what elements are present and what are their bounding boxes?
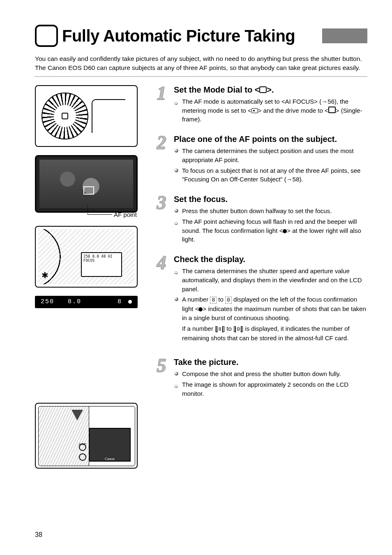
af-point-bracket-icon	[83, 186, 94, 195]
step-item: Compose the shot and press the shutter b…	[174, 369, 367, 379]
step-number: 1	[154, 85, 169, 125]
step-title: Check the display.	[174, 255, 367, 264]
manual-page: Fully Automatic Picture Taking You can e…	[0, 0, 392, 555]
section-divider	[35, 76, 367, 77]
vf-shutter-speed: 250	[41, 298, 54, 305]
step-title: Set the Mode Dial to <>.	[174, 85, 367, 95]
intro-paragraph: You can easily and confidently take pict…	[35, 54, 367, 73]
step-2: 2 Place one of the AF points on the subj…	[154, 135, 367, 186]
step-title: Take the picture.	[174, 358, 367, 367]
af-callout: AF point	[35, 205, 138, 218]
camera-top-lcd: 250 8.0 48 AI FOCUS	[81, 252, 122, 277]
figure-camera-top: 250 8.0 48 AI FOCUS ✱	[35, 226, 138, 288]
viewfinder-info-strip: 250 8.0 8	[35, 296, 138, 308]
af-point-label: AF point	[114, 211, 137, 218]
bullet-icon	[175, 169, 178, 172]
jump-label: JUMP	[78, 443, 86, 446]
page-number: 38	[35, 531, 42, 539]
bullet-icon	[175, 297, 178, 301]
step-number: 3	[154, 195, 169, 246]
mode-dial-icon	[42, 93, 88, 139]
content-columns: AF point 250 8.0 48 AI FOCUS ✱ 250 8.0 8	[35, 85, 367, 469]
step-item: ➭The camera determines the shutter speed…	[174, 267, 367, 293]
camera-top-outline	[92, 99, 125, 133]
page-title: Fully Automatic Picture Taking	[62, 27, 318, 45]
full-auto-dial-mark-icon	[62, 113, 68, 119]
steps-column: 1 Set the Mode Dial to <>. ➭ The AF mode…	[154, 85, 367, 469]
single-frame-drive-icon	[328, 107, 336, 113]
bullet-icon	[175, 209, 178, 213]
vf-burst-count: 8	[118, 298, 122, 305]
result-arrow-icon: ➭	[174, 383, 178, 390]
figure-camera-back: JUMP Canon	[35, 403, 138, 469]
step-4: 4 Check the display. ➭The camera determi…	[154, 255, 367, 348]
ae-lock-star-icon: ✱	[42, 270, 48, 280]
step-item: Press the shutter button down halfway to…	[174, 207, 367, 216]
full-auto-mode-icon	[35, 25, 58, 47]
viewfinder-scene	[39, 160, 133, 208]
figure-mode-dial	[35, 85, 138, 147]
step-item: ➭ The AF mode is automatically set to <A…	[174, 97, 367, 124]
seven-seg-digit: 0	[225, 297, 232, 304]
result-arrow-icon: ➭	[174, 269, 178, 277]
step-title: Place one of the AF points on the subjec…	[174, 135, 367, 144]
figure-viewfinder	[35, 155, 138, 213]
step-item: ➭The AF point achieving focus will flash…	[174, 217, 367, 244]
brand-label: Canon	[105, 457, 115, 461]
full-auto-mode-icon	[259, 86, 267, 93]
step-number: 2	[154, 135, 169, 186]
focus-confirm-dot-icon	[128, 300, 132, 304]
step-item: The camera determines the subject positi…	[174, 146, 367, 165]
step-1: 1 Set the Mode Dial to <>. ➭ The AF mode…	[154, 85, 367, 125]
seven-seg-digit: 8	[217, 326, 223, 332]
step-item: To focus on a subject that is not at any…	[174, 166, 367, 184]
result-arrow-icon: ➭	[174, 100, 178, 107]
step-3: 3 Set the focus. Press the shutter butto…	[154, 195, 367, 246]
step-title: Set the focus.	[174, 195, 367, 204]
step-number: 4	[154, 255, 169, 348]
rear-lcd-monitor: Canon	[89, 428, 131, 462]
evaluative-metering-icon	[251, 108, 258, 113]
step-5: 5 Take the picture. Compose the shot and…	[154, 358, 367, 399]
seven-seg-digit: 0	[235, 326, 242, 332]
title-stripe-decoration	[322, 28, 367, 43]
bullet-icon	[175, 372, 178, 376]
back-button-icon	[79, 453, 86, 461]
result-arrow-icon: ➭	[174, 220, 178, 228]
focus-confirm-dot-icon	[198, 307, 203, 311]
illustration-column: AF point 250 8.0 48 AI FOCUS ✱ 250 8.0 8	[35, 85, 138, 469]
bullet-icon	[175, 149, 178, 153]
step-item: ➭The image is shown for approximately 2 …	[174, 380, 367, 398]
step-item: A number 8 to 0 displayed on the left of…	[174, 295, 367, 322]
step-number: 5	[154, 358, 169, 399]
seven-seg-digit: 8	[210, 297, 217, 304]
title-row: Fully Automatic Picture Taking	[35, 25, 367, 47]
step-subparagraph: If a number [8] to [0] is displayed, it …	[174, 324, 367, 343]
press-shutter-arrow-icon	[71, 410, 83, 420]
vf-aperture: 8.0	[68, 298, 81, 305]
focus-confirm-dot-icon	[283, 229, 287, 233]
